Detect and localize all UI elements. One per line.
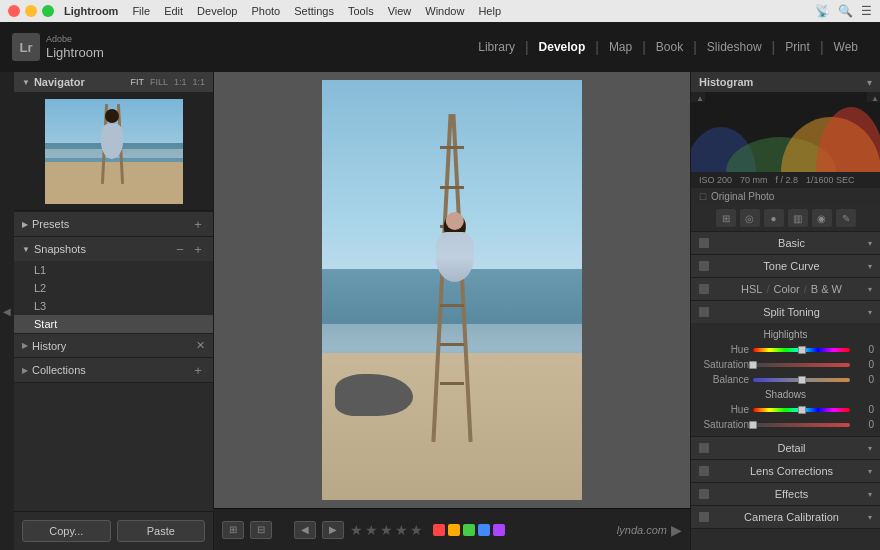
next-btn[interactable]: ▶ (322, 521, 344, 539)
graduated-filter-tool[interactable]: ▥ (788, 209, 808, 227)
navigator-header[interactable]: ▼ Navigator FIT FILL 1:1 1:1 (14, 72, 213, 93)
snapshots-minus-icon[interactable]: − (173, 242, 187, 256)
redeye-tool[interactable]: ● (764, 209, 784, 227)
tone-curve-header[interactable]: Tone Curve ▾ (691, 255, 880, 277)
color-yellow[interactable] (448, 524, 460, 536)
nav-print[interactable]: Print (775, 36, 820, 58)
detail-title: Detail (715, 442, 868, 454)
histogram-display: ▲ ▲ (691, 92, 880, 172)
menu-photo[interactable]: Photo (251, 5, 280, 17)
effects-header[interactable]: Effects ▾ (691, 483, 880, 505)
nav-develop[interactable]: Develop (529, 36, 596, 58)
shadows-saturation-slider[interactable] (753, 423, 850, 427)
photo-canvas[interactable] (214, 72, 690, 508)
highlights-saturation-slider[interactable] (753, 363, 850, 367)
collections-header[interactable]: ▶ Collections + (14, 358, 213, 382)
history-title: History (32, 340, 196, 352)
airdrop-icon: 📡 (815, 4, 830, 18)
hsl-link-hsl[interactable]: HSL (741, 283, 762, 295)
svg-point-3 (816, 107, 880, 172)
balance-thumb[interactable] (798, 376, 806, 384)
highlights-saturation-thumb[interactable] (749, 361, 757, 369)
radial-filter-tool[interactable]: ◉ (812, 209, 832, 227)
lens-corrections-header[interactable]: Lens Corrections ▾ (691, 460, 880, 482)
detail-toggle[interactable] (699, 443, 709, 453)
menu-settings[interactable]: Settings (294, 5, 334, 17)
nav-web[interactable]: Web (824, 36, 868, 58)
search-icon[interactable]: 🔍 (838, 4, 853, 18)
camera-calibration-toggle[interactable] (699, 512, 709, 522)
snapshot-item-start[interactable]: Start (14, 315, 213, 333)
menu-develop[interactable]: Develop (197, 5, 237, 17)
hsl-toggle[interactable] (699, 284, 709, 294)
nav-1to1[interactable]: 1:1 (174, 77, 187, 87)
spot-removal-tool[interactable]: ◎ (740, 209, 760, 227)
original-photo-checkbox-icon[interactable]: ☐ (699, 192, 707, 202)
paste-button[interactable]: Paste (117, 520, 206, 542)
presets-header[interactable]: ▶ Presets + (14, 212, 213, 236)
maximize-button[interactable] (42, 5, 54, 17)
hsl-link-bw[interactable]: B & W (811, 283, 842, 295)
split-toning-toggle[interactable] (699, 307, 709, 317)
nav-fit[interactable]: FIT (130, 77, 144, 87)
split-toning-header[interactable]: Split Toning ▾ (691, 301, 880, 323)
histogram-menu-icon[interactable]: ▾ (867, 77, 872, 88)
collections-add-icon[interactable]: + (191, 363, 205, 377)
tone-curve-toggle[interactable] (699, 261, 709, 271)
split-toning-body: Highlights Hue 0 Saturation 0 (691, 323, 880, 436)
basic-toggle[interactable] (699, 238, 709, 248)
menu-tools[interactable]: Tools (348, 5, 374, 17)
snapshots-header[interactable]: ▼ Snapshots − + (14, 237, 213, 261)
shadows-hue-slider[interactable] (753, 408, 850, 412)
detail-header[interactable]: Detail ▾ (691, 437, 880, 459)
nav-map[interactable]: Map (599, 36, 642, 58)
snapshot-item-l3[interactable]: L3 (14, 297, 213, 315)
highlights-hue-slider[interactable] (753, 348, 850, 352)
copy-button[interactable]: Copy... (22, 520, 111, 542)
nav-book[interactable]: Book (646, 36, 693, 58)
crop-tool[interactable]: ⊞ (716, 209, 736, 227)
original-photo-label: ☐ Original Photo (691, 188, 880, 205)
nav-library[interactable]: Library (468, 36, 525, 58)
snapshot-item-l2[interactable]: L2 (14, 279, 213, 297)
adjustment-brush-tool[interactable]: ✎ (836, 209, 856, 227)
nav-fill[interactable]: FILL (150, 77, 168, 87)
balance-slider[interactable] (753, 378, 850, 382)
highlights-hue-thumb[interactable] (798, 346, 806, 354)
color-purple[interactable] (493, 524, 505, 536)
loupe-view-btn[interactable]: ⊟ (250, 521, 272, 539)
collections-section: ▶ Collections + (14, 358, 213, 383)
star-rating[interactable]: ★ ★ ★ ★ ★ (350, 522, 423, 538)
nav-custom[interactable]: 1:1 (192, 77, 205, 87)
control-icon[interactable]: ☰ (861, 4, 872, 18)
snapshot-item-l1[interactable]: L1 (14, 261, 213, 279)
prev-btn[interactable]: ◀ (294, 521, 316, 539)
lens-corrections-toggle[interactable] (699, 466, 709, 476)
color-red[interactable] (433, 524, 445, 536)
menu-window[interactable]: Window (425, 5, 464, 17)
shadows-hue-thumb[interactable] (798, 406, 806, 414)
menu-help[interactable]: Help (478, 5, 501, 17)
grid-view-btn[interactable]: ⊞ (222, 521, 244, 539)
menu-edit[interactable]: Edit (164, 5, 183, 17)
presets-add-icon[interactable]: + (191, 217, 205, 231)
close-button[interactable] (8, 5, 20, 17)
svg-text:▲: ▲ (871, 94, 879, 103)
scroll-right-icon[interactable]: ▶ (671, 522, 682, 538)
effects-toggle[interactable] (699, 489, 709, 499)
minimize-button[interactable] (25, 5, 37, 17)
left-panel-toggle[interactable]: ◀ (0, 72, 14, 550)
color-blue[interactable] (478, 524, 490, 536)
menu-view[interactable]: View (388, 5, 412, 17)
hsl-header[interactable]: HSL / Color / B & W ▾ (691, 278, 880, 300)
color-green[interactable] (463, 524, 475, 536)
shadows-saturation-thumb[interactable] (749, 421, 757, 429)
history-header[interactable]: ▶ History ✕ (14, 334, 213, 357)
hsl-link-color[interactable]: Color (773, 283, 799, 295)
menu-file[interactable]: File (132, 5, 150, 17)
camera-calibration-header[interactable]: Camera Calibration ▾ (691, 506, 880, 528)
nav-slideshow[interactable]: Slideshow (697, 36, 772, 58)
basic-header[interactable]: Basic ▾ (691, 232, 880, 254)
snapshots-add-icon[interactable]: + (191, 242, 205, 256)
history-close-icon[interactable]: ✕ (196, 339, 205, 352)
